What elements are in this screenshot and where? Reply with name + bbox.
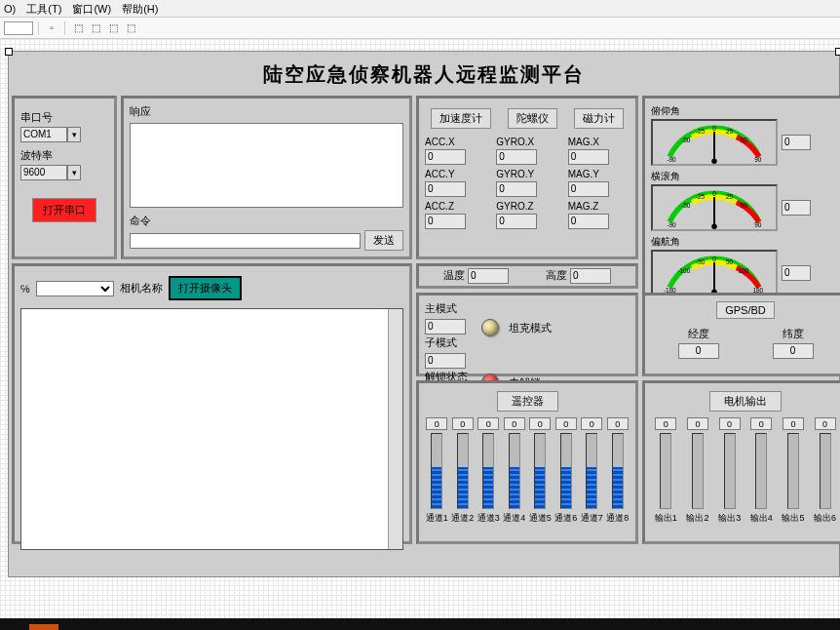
toolbar-btn-5[interactable]: ⬚	[123, 20, 138, 36]
yaw-gauge: -180-100-50050100180	[651, 250, 778, 296]
channel-slider-5[interactable]: 0通道5	[529, 417, 552, 525]
channel-value: 0	[504, 417, 525, 430]
send-button[interactable]: 发送	[364, 230, 403, 251]
motor-title-button[interactable]: 电机输出	[709, 391, 782, 412]
accx-value: 0	[425, 149, 466, 165]
tank-led-icon	[481, 319, 499, 336]
sensor-panel: 加速度计 陀螺仪 磁力计 ACC.X0 GYRO.X0 MAG.X0 ACC.Y…	[416, 96, 638, 259]
menu-bar: O) 工具(T) 窗口(W) 帮助(H)	[0, 0, 840, 18]
svg-text:0: 0	[712, 256, 716, 262]
svg-text:25: 25	[726, 128, 734, 135]
slider-track[interactable]	[586, 433, 597, 509]
gyroz-value: 0	[496, 214, 537, 229]
sub-mode-value: 0	[425, 353, 466, 369]
remote-panel: 遥控器 0通道10通道20通道30通道40通道50通道60通道70通道8	[416, 380, 638, 544]
accx-label: ACC.X	[425, 137, 486, 147]
env-panel: 温度 0 高度 0	[416, 263, 638, 289]
mag-button[interactable]: 磁力计	[574, 108, 624, 129]
accy-label: ACC.Y	[425, 169, 486, 179]
channel-slider-7[interactable]: 0通道7	[581, 417, 603, 525]
taskbar-item[interactable]	[29, 624, 58, 630]
svg-text:-50: -50	[681, 137, 691, 143]
slider-track[interactable]	[457, 433, 469, 509]
accel-button[interactable]: 加速度计	[431, 108, 491, 129]
menu-window[interactable]: 窗口(W)	[72, 3, 111, 15]
slider-track[interactable]	[755, 433, 767, 509]
gyroy-value: 0	[496, 181, 537, 197]
svg-text:-50: -50	[681, 202, 691, 209]
slider-track[interactable]	[534, 433, 546, 509]
slider-track[interactable]	[787, 433, 799, 509]
response-textarea[interactable]	[130, 123, 403, 208]
pitch-label: 俯仰角	[651, 104, 840, 118]
gps-button[interactable]: GPS/BD	[716, 301, 775, 319]
menu-o[interactable]: O)	[4, 3, 16, 15]
open-serial-button[interactable]: 打开串口	[32, 198, 96, 222]
toolbar-btn-3[interactable]: ⬚	[88, 20, 103, 36]
menu-tools[interactable]: 工具(T)	[26, 3, 61, 15]
svg-text:-90: -90	[667, 221, 676, 228]
slider-track[interactable]	[660, 433, 671, 509]
accz-label: ACC.Z	[425, 201, 486, 212]
remote-title-button[interactable]: 遥控器	[497, 391, 558, 412]
main-mode-label: 主模式	[425, 301, 468, 316]
slider-track[interactable]	[724, 433, 736, 509]
svg-text:-100: -100	[677, 267, 690, 274]
port-select[interactable]: COM1	[20, 127, 67, 142]
slider-track[interactable]	[431, 433, 442, 509]
toolbar: ▫ ⬚ ⬚ ⬚ ⬚	[0, 18, 840, 39]
channel-slider-2[interactable]: 0通道2	[451, 417, 474, 525]
output-slider-3[interactable]: 0输出3	[718, 417, 741, 525]
channel-label: 通道4	[503, 512, 525, 525]
camera-icon: ℅	[20, 283, 30, 295]
response-label: 响应	[130, 104, 403, 119]
output-slider-5[interactable]: 0输出5	[782, 417, 804, 525]
menu-help[interactable]: 帮助(H)	[122, 3, 158, 15]
output-slider-4[interactable]: 0输出4	[750, 417, 773, 525]
output-value: 0	[687, 417, 708, 430]
port-dropdown-icon[interactable]: ▾	[67, 127, 81, 142]
camera-select[interactable]	[36, 281, 114, 296]
output-label: 输出5	[782, 512, 804, 525]
svg-text:25: 25	[726, 193, 734, 200]
baud-select[interactable]: 9600	[20, 165, 67, 180]
toolbar-input[interactable]	[4, 21, 33, 35]
slider-track[interactable]	[692, 433, 704, 509]
slider-track[interactable]	[612, 433, 624, 509]
svg-text:90: 90	[754, 156, 762, 163]
serial-panel: 串口号 COM1 ▾ 波特率 9600 ▾ 打开串口	[12, 96, 117, 259]
channel-label: 通道3	[477, 512, 500, 525]
toolbar-btn-1[interactable]: ▫	[44, 20, 59, 36]
channel-label: 通道2	[451, 512, 474, 525]
channel-slider-8[interactable]: 0通道8	[606, 417, 629, 525]
yaw-label: 偏航角	[651, 235, 840, 249]
output-slider-1[interactable]: 0输出1	[655, 417, 677, 525]
channel-slider-3[interactable]: 0通道3	[477, 417, 500, 525]
open-camera-button[interactable]: 打开摄像头	[169, 276, 242, 300]
gyro-button[interactable]: 陀螺仪	[508, 108, 557, 129]
slider-track[interactable]	[509, 433, 520, 509]
page-title: 陆空应急侦察机器人远程监测平台	[9, 52, 839, 96]
roll-gauge: -90-50-250255090	[651, 184, 778, 231]
toolbar-btn-2[interactable]: ⬚	[70, 20, 86, 36]
output-slider-2[interactable]: 0输出2	[686, 417, 708, 525]
svg-point-1	[711, 159, 717, 165]
svg-text:0: 0	[712, 125, 716, 132]
svg-text:50: 50	[726, 258, 734, 265]
slider-track[interactable]	[820, 433, 831, 509]
output-slider-6[interactable]: 0输出6	[814, 417, 836, 525]
toolbar-btn-4[interactable]: ⬚	[105, 20, 121, 36]
temp-label: 温度	[443, 269, 465, 281]
baud-dropdown-icon[interactable]: ▾	[67, 165, 81, 180]
camera-view	[20, 308, 403, 550]
sub-mode-label: 子模式	[425, 335, 468, 350]
response-panel: 响应 命令 发送	[121, 96, 412, 259]
channel-slider-6[interactable]: 0通道6	[554, 417, 577, 525]
channel-value: 0	[426, 417, 447, 430]
slider-track[interactable]	[482, 433, 494, 509]
command-input[interactable]	[130, 233, 361, 249]
pitch-gauge: -90-50-250255090	[651, 119, 778, 166]
channel-slider-4[interactable]: 0通道4	[503, 417, 525, 525]
slider-track[interactable]	[560, 433, 572, 509]
channel-slider-1[interactable]: 0通道1	[426, 417, 448, 525]
